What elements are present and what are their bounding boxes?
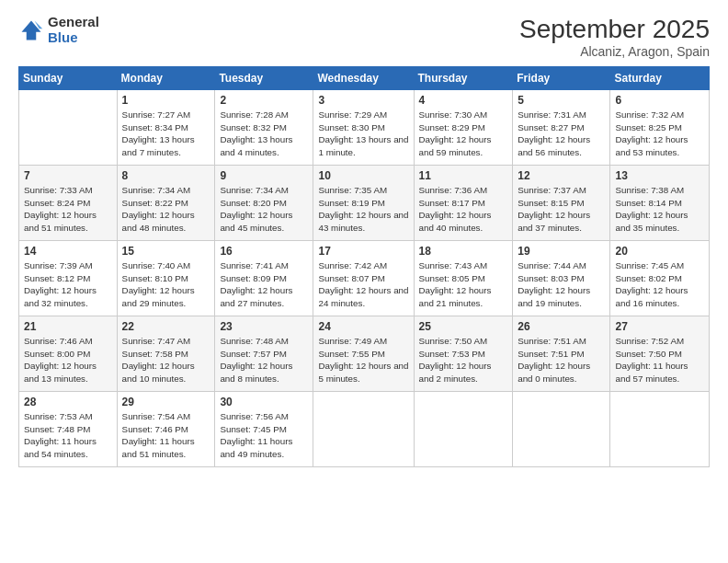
day-info: Sunrise: 7:40 AMSunset: 8:10 PMDaylight:…: [122, 259, 210, 310]
day-number: 12: [518, 169, 605, 182]
day-info: Sunrise: 7:37 AMSunset: 8:15 PMDaylight:…: [518, 184, 605, 235]
week-row-1: 1Sunrise: 7:27 AMSunset: 8:34 PMDaylight…: [19, 90, 710, 166]
day-number: 24: [318, 320, 408, 333]
calendar-cell: 29Sunrise: 7:54 AMSunset: 7:46 PMDayligh…: [117, 392, 215, 467]
week-row-3: 14Sunrise: 7:39 AMSunset: 8:12 PMDayligh…: [19, 241, 710, 316]
calendar-cell: [19, 90, 118, 166]
header: General Blue September 2025 Alcaniz, Ara…: [18, 15, 710, 59]
calendar-cell: 23Sunrise: 7:48 AMSunset: 7:57 PMDayligh…: [215, 316, 313, 392]
calendar-cell: 7Sunrise: 7:33 AMSunset: 8:24 PMDaylight…: [19, 166, 118, 241]
day-info: Sunrise: 7:35 AMSunset: 8:19 PMDaylight:…: [318, 184, 408, 235]
day-number: 3: [318, 94, 408, 107]
day-number: 4: [419, 94, 508, 107]
day-info: Sunrise: 7:29 AMSunset: 8:30 PMDaylight:…: [318, 109, 408, 159]
day-number: 22: [122, 320, 210, 333]
day-number: 19: [518, 245, 605, 258]
calendar-cell: 11Sunrise: 7:36 AMSunset: 8:17 PMDayligh…: [414, 166, 513, 241]
calendar-cell: 4Sunrise: 7:30 AMSunset: 8:29 PMDaylight…: [414, 90, 513, 166]
calendar-cell: 9Sunrise: 7:34 AMSunset: 8:20 PMDaylight…: [215, 166, 313, 241]
day-info: Sunrise: 7:30 AMSunset: 8:29 PMDaylight:…: [419, 109, 508, 159]
col-monday: Monday: [117, 67, 215, 90]
calendar-cell: [610, 392, 710, 467]
day-number: 25: [419, 320, 508, 333]
day-number: 7: [24, 169, 112, 182]
calendar-cell: [414, 392, 513, 467]
calendar-cell: 18Sunrise: 7:43 AMSunset: 8:05 PMDayligh…: [414, 241, 513, 316]
calendar-cell: 22Sunrise: 7:47 AMSunset: 7:58 PMDayligh…: [117, 316, 215, 392]
logo-icon: [18, 17, 44, 43]
calendar-cell: 27Sunrise: 7:52 AMSunset: 7:50 PMDayligh…: [610, 316, 710, 392]
calendar-cell: 10Sunrise: 7:35 AMSunset: 8:19 PMDayligh…: [313, 166, 414, 241]
col-saturday: Saturday: [610, 67, 710, 90]
calendar-cell: 8Sunrise: 7:34 AMSunset: 8:22 PMDaylight…: [117, 166, 215, 241]
day-info: Sunrise: 7:50 AMSunset: 7:53 PMDaylight:…: [419, 335, 508, 385]
logo-blue-text: Blue: [48, 30, 99, 46]
day-number: 28: [24, 396, 112, 408]
calendar-cell: 21Sunrise: 7:46 AMSunset: 8:00 PMDayligh…: [19, 316, 118, 392]
calendar-cell: 24Sunrise: 7:49 AMSunset: 7:55 PMDayligh…: [313, 316, 414, 392]
title-block: September 2025 Alcaniz, Aragon, Spain: [519, 15, 710, 59]
day-info: Sunrise: 7:32 AMSunset: 8:25 PMDaylight:…: [615, 109, 704, 159]
calendar-cell: 5Sunrise: 7:31 AMSunset: 8:27 PMDaylight…: [513, 90, 610, 166]
calendar-cell: 16Sunrise: 7:41 AMSunset: 8:09 PMDayligh…: [215, 241, 313, 316]
day-info: Sunrise: 7:51 AMSunset: 7:51 PMDaylight:…: [518, 335, 605, 385]
calendar-cell: 3Sunrise: 7:29 AMSunset: 8:30 PMDaylight…: [313, 90, 414, 166]
calendar-cell: 2Sunrise: 7:28 AMSunset: 8:32 PMDaylight…: [215, 90, 313, 166]
day-info: Sunrise: 7:47 AMSunset: 7:58 PMDaylight:…: [122, 335, 210, 385]
day-number: 5: [518, 94, 605, 107]
day-info: Sunrise: 7:54 AMSunset: 7:46 PMDaylight:…: [122, 410, 210, 461]
col-wednesday: Wednesday: [313, 67, 414, 90]
calendar-cell: 28Sunrise: 7:53 AMSunset: 7:48 PMDayligh…: [19, 392, 118, 467]
day-number: 20: [615, 245, 704, 258]
day-number: 8: [122, 169, 210, 182]
day-info: Sunrise: 7:46 AMSunset: 8:00 PMDaylight:…: [24, 335, 112, 385]
day-info: Sunrise: 7:38 AMSunset: 8:14 PMDaylight:…: [615, 184, 704, 235]
calendar-cell: 19Sunrise: 7:44 AMSunset: 8:03 PMDayligh…: [513, 241, 610, 316]
col-friday: Friday: [513, 67, 610, 90]
day-info: Sunrise: 7:56 AMSunset: 7:45 PMDaylight:…: [220, 410, 308, 461]
week-row-4: 21Sunrise: 7:46 AMSunset: 8:00 PMDayligh…: [19, 316, 710, 392]
day-number: 27: [615, 320, 704, 333]
day-number: 23: [220, 320, 308, 333]
logo: General Blue: [18, 15, 99, 45]
calendar-cell: 13Sunrise: 7:38 AMSunset: 8:14 PMDayligh…: [610, 166, 710, 241]
calendar-cell: [313, 392, 414, 467]
calendar-cell: 25Sunrise: 7:50 AMSunset: 7:53 PMDayligh…: [414, 316, 513, 392]
day-info: Sunrise: 7:52 AMSunset: 7:50 PMDaylight:…: [615, 335, 704, 385]
day-number: 21: [24, 320, 112, 333]
day-number: 16: [220, 245, 308, 258]
logo-general-text: General: [48, 15, 99, 30]
day-info: Sunrise: 7:33 AMSunset: 8:24 PMDaylight:…: [24, 184, 112, 235]
col-thursday: Thursday: [414, 67, 513, 90]
day-number: 18: [419, 245, 508, 258]
calendar-table: Sunday Monday Tuesday Wednesday Thursday…: [18, 66, 710, 467]
day-number: 15: [122, 245, 210, 258]
week-row-5: 28Sunrise: 7:53 AMSunset: 7:48 PMDayligh…: [19, 392, 710, 467]
calendar-cell: 6Sunrise: 7:32 AMSunset: 8:25 PMDaylight…: [610, 90, 710, 166]
calendar-cell: 17Sunrise: 7:42 AMSunset: 8:07 PMDayligh…: [313, 241, 414, 316]
header-row: Sunday Monday Tuesday Wednesday Thursday…: [19, 67, 710, 90]
calendar-cell: 26Sunrise: 7:51 AMSunset: 7:51 PMDayligh…: [513, 316, 610, 392]
col-tuesday: Tuesday: [215, 67, 313, 90]
day-info: Sunrise: 7:48 AMSunset: 7:57 PMDaylight:…: [220, 335, 308, 385]
month-title: September 2025: [519, 15, 710, 44]
day-number: 29: [122, 396, 210, 408]
day-info: Sunrise: 7:34 AMSunset: 8:22 PMDaylight:…: [122, 184, 210, 235]
day-number: 6: [615, 94, 704, 107]
week-row-2: 7Sunrise: 7:33 AMSunset: 8:24 PMDaylight…: [19, 166, 710, 241]
calendar-cell: 15Sunrise: 7:40 AMSunset: 8:10 PMDayligh…: [117, 241, 215, 316]
svg-marker-0: [22, 20, 41, 40]
day-info: Sunrise: 7:36 AMSunset: 8:17 PMDaylight:…: [419, 184, 508, 235]
location: Alcaniz, Aragon, Spain: [519, 44, 710, 59]
day-number: 10: [318, 169, 408, 182]
day-info: Sunrise: 7:34 AMSunset: 8:20 PMDaylight:…: [220, 184, 308, 235]
day-number: 13: [615, 169, 704, 182]
day-number: 1: [122, 94, 210, 107]
day-info: Sunrise: 7:43 AMSunset: 8:05 PMDaylight:…: [419, 259, 508, 310]
day-number: 2: [220, 94, 308, 107]
calendar-cell: [513, 392, 610, 467]
day-number: 9: [220, 169, 308, 182]
day-info: Sunrise: 7:44 AMSunset: 8:03 PMDaylight:…: [518, 259, 605, 310]
day-info: Sunrise: 7:42 AMSunset: 8:07 PMDaylight:…: [318, 259, 408, 310]
day-info: Sunrise: 7:49 AMSunset: 7:55 PMDaylight:…: [318, 335, 408, 385]
